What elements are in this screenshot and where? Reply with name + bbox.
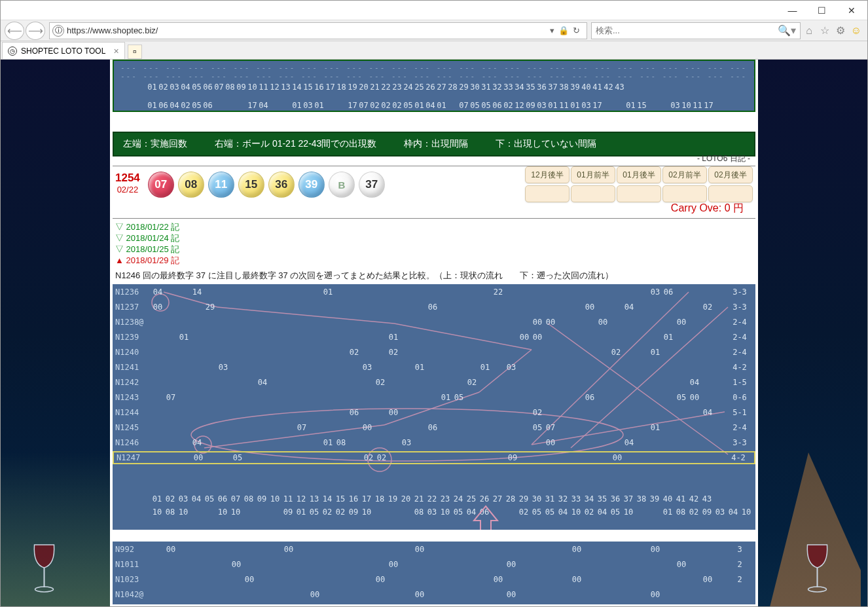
tab-title: SHOPTEC LOTO TOOL [21,46,105,56]
chart-row: N1241 0303010103 4-2 [113,361,755,374]
lotto-ball: 07 [148,172,174,198]
chart-description: N1246 回の最終数字 37 に注目し最終数字 37 の次回を遡ってまとめた結… [113,268,755,284]
diary-month-button[interactable]: 02月前半 [662,166,707,183]
chart-row: N1246 040108030004 3-3 [113,436,755,449]
diary-month-button[interactable]: 02月後半 [708,166,753,183]
new-tab-button[interactable]: ▫ [128,45,142,59]
chart-row: N1243 070105060500 0-6 [113,391,755,404]
diary-month-button[interactable]: 01月後半 [617,166,661,183]
chart-axis-1: 0102030405060708091011121314151617181920… [113,494,755,504]
diary-empty-box[interactable] [571,185,615,202]
search-icon[interactable]: 🔍▾ [778,24,796,37]
draw-section: 1254 02/22 070811153639B37 - LOTO6 日記 - … [113,166,755,198]
date-link[interactable]: ▽ 2018/01/22 記 [115,221,753,232]
site-info-icon[interactable]: ⓘ [52,25,64,37]
top-chart-block: --- --- --- --- --- --- --- --- --- --- … [113,60,755,112]
smiley-icon[interactable]: ☺ [849,24,863,38]
date-links: ▽ 2018/01/22 記▽ 2018/01/24 記▽ 2018/01/25… [113,219,755,268]
back-button[interactable]: ⟵ [5,22,24,40]
chart-row: N1042@ 00000000 [113,588,755,601]
search-bar[interactable]: 🔍▾ [591,22,801,39]
top-chart-row: 0106040205061704010301170702020205010401… [114,99,754,112]
close-button[interactable]: ✕ [837,1,866,20]
diary-empty-box[interactable] [617,185,661,202]
chart-row: N1239 0101000001 2-4 [113,331,755,344]
chart-row: N1240 02020201 2-4 [113,346,755,359]
home-icon[interactable]: ⌂ [802,24,816,38]
chart-row: N1023 0000000000 2 [113,573,755,586]
svg-point-15 [35,587,54,592]
lotto-ball: 37 [359,172,385,198]
chart-row: N1236 041401220306 3-3 [113,285,755,299]
lotto-ball: 36 [268,172,295,198]
chart-row: N1237 002906000402 3-3 [113,301,755,314]
lotto-balls: 070811153639B37 [148,172,385,198]
lotto-ball: 08 [178,172,204,198]
tab-close-icon[interactable]: × [113,46,118,56]
page-main: --- --- --- --- --- --- --- --- --- --- … [110,60,758,606]
draw-number: 1254 [115,172,140,185]
url-text: https://www.shoptec.biz/ [67,26,546,35]
page-scroll[interactable]: --- --- --- --- --- --- --- --- --- --- … [1,60,867,606]
diary-month-button[interactable]: 01月前半 [571,166,615,183]
lotto-ball: B [329,172,355,198]
draw-date: 02/22 [115,185,140,194]
title-bar: — ☐ ✕ [1,1,867,20]
favorites-icon[interactable]: ☆ [818,24,832,38]
diary-title: - LOTO6 日記 - [525,153,753,164]
lotto-ball: 15 [238,172,264,198]
chart-row: N992 0000000000 3 [113,543,755,556]
lock-icon[interactable]: 🔒 [558,26,569,35]
dropdown-icon[interactable]: ▾ [550,26,554,35]
main-chart-block: N1236 041401220306 3-3 -----------------… [113,284,755,530]
chart-row: N1247 000502020900 4-2 [113,451,755,464]
diary-panel: - LOTO6 日記 - 12月後半01月前半01月後半02月前半02月後半 [525,153,753,204]
date-link[interactable]: ▲ 2018/01/29 記 [115,255,753,266]
diary-empty-box[interactable] [525,185,570,202]
maximize-button[interactable]: ☐ [807,1,837,20]
diary-empty-box[interactable] [708,185,753,202]
nav-bar: ⟵ ⟶ ⓘ https://www.shoptec.biz/ ▾ 🔒 ↻ 🔍▾ … [1,20,867,41]
minimize-button[interactable]: — [778,1,807,20]
tab-shoptec[interactable]: ◷ SHOPTEC LOTO TOOL × [2,42,125,59]
chart-row: N1244 06000204 5-1 [113,406,755,419]
tab-bar: ◷ SHOPTEC LOTO TOOL × ▫ [1,41,867,60]
diary-month-button[interactable]: 12月後半 [525,166,570,183]
search-input[interactable] [596,26,778,35]
url-controls: ▾ 🔒 ↻ [546,26,584,35]
wine-glass-decoration-left [26,542,62,594]
settings-icon[interactable]: ⚙ [833,24,848,38]
diary-empty-box[interactable] [662,185,707,202]
refresh-icon[interactable]: ↻ [573,26,580,35]
svg-point-17 [808,587,827,592]
bottom-chart-block: N992 0000000000 3 ----------------------… [113,542,755,604]
tab-favicon-icon: ◷ [8,46,17,56]
top-chart-axis: 0102030405060708091011121314151617181920… [114,81,754,94]
lotto-ball: 39 [298,172,325,198]
date-link[interactable]: ▽ 2018/01/25 記 [115,244,753,255]
chart-row: N1238@ 00000000 2-4 [113,316,755,329]
chart-row: N1242 04020204 1-5 [113,376,755,389]
chart-row: N1245 070006050701 2-4 [113,421,755,434]
date-link[interactable]: ▽ 2018/01/24 記 [115,232,753,244]
url-bar[interactable]: ⓘ https://www.shoptec.biz/ ▾ 🔒 ↻ [49,22,587,39]
wine-glass-decoration-right [799,542,835,594]
forward-button[interactable]: ⟶ [26,22,45,40]
chart-row: N1011 00000000 2 [113,558,755,571]
lotto-ball: 11 [208,172,234,198]
arrow-up-icon [471,504,500,530]
chart-axis-2: 1008101010090105020209100803100504060205… [113,507,755,517]
